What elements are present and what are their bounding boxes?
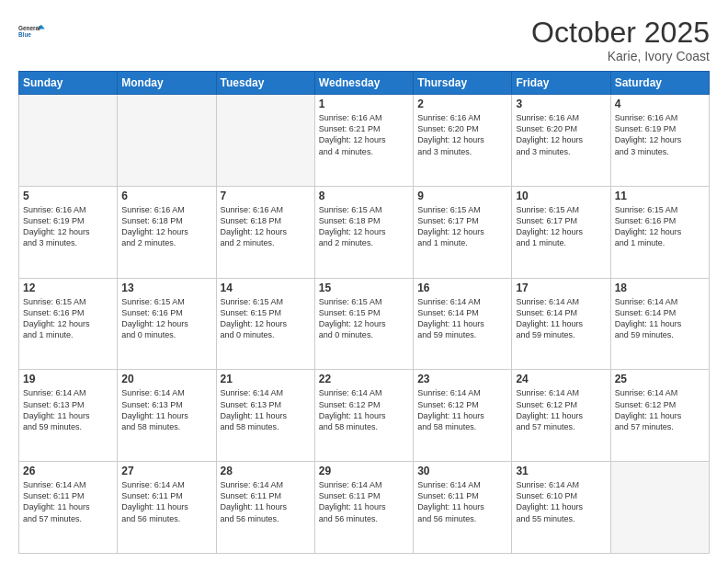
calendar-header-row: Sunday Monday Tuesday Wednesday Thursday… xyxy=(19,72,710,95)
day-number: 25 xyxy=(615,373,705,385)
day-number: 22 xyxy=(319,373,409,385)
day-number: 26 xyxy=(23,465,113,477)
cell-info: Sunrise: 6:14 AM Sunset: 6:11 PM Dayligh… xyxy=(221,479,311,524)
cell-3-6: 17Sunrise: 6:14 AM Sunset: 6:14 PM Dayli… xyxy=(512,278,610,370)
col-tuesday: Tuesday xyxy=(216,72,314,95)
cell-info: Sunrise: 6:14 AM Sunset: 6:13 PM Dayligh… xyxy=(121,387,211,432)
week-row-1: 1Sunrise: 6:16 AM Sunset: 6:21 PM Daylig… xyxy=(19,95,710,187)
week-row-5: 26Sunrise: 6:14 AM Sunset: 6:11 PM Dayli… xyxy=(19,462,710,554)
cell-2-2: 6Sunrise: 6:16 AM Sunset: 6:18 PM Daylig… xyxy=(118,186,216,278)
header: GeneralBlue October 2025 Karie, Ivory Co… xyxy=(18,17,710,63)
day-number: 15 xyxy=(319,282,409,294)
day-number: 27 xyxy=(121,465,211,477)
cell-2-6: 10Sunrise: 6:15 AM Sunset: 6:17 PM Dayli… xyxy=(512,186,610,278)
cell-info: Sunrise: 6:14 AM Sunset: 6:12 PM Dayligh… xyxy=(417,387,507,432)
cell-info: Sunrise: 6:14 AM Sunset: 6:12 PM Dayligh… xyxy=(615,387,705,432)
cell-3-7: 18Sunrise: 6:14 AM Sunset: 6:14 PM Dayli… xyxy=(610,278,709,370)
day-number: 20 xyxy=(121,373,211,385)
day-number: 24 xyxy=(516,373,606,385)
cell-info: Sunrise: 6:16 AM Sunset: 6:19 PM Dayligh… xyxy=(23,204,113,249)
cell-info: Sunrise: 6:14 AM Sunset: 6:13 PM Dayligh… xyxy=(23,387,113,432)
cell-info: Sunrise: 6:14 AM Sunset: 6:14 PM Dayligh… xyxy=(615,296,705,341)
day-number: 6 xyxy=(121,190,211,202)
col-monday: Monday xyxy=(118,72,216,95)
cell-info: Sunrise: 6:14 AM Sunset: 6:10 PM Dayligh… xyxy=(516,479,606,524)
cell-1-7: 4Sunrise: 6:16 AM Sunset: 6:19 PM Daylig… xyxy=(610,95,709,187)
day-number: 7 xyxy=(221,190,311,202)
cell-3-5: 16Sunrise: 6:14 AM Sunset: 6:14 PM Dayli… xyxy=(414,278,512,370)
month-title: October 2025 xyxy=(531,17,710,49)
cell-5-7 xyxy=(610,462,709,554)
day-number: 10 xyxy=(516,190,606,202)
col-saturday: Saturday xyxy=(610,72,709,95)
cell-info: Sunrise: 6:15 AM Sunset: 6:17 PM Dayligh… xyxy=(417,204,507,249)
cell-info: Sunrise: 6:14 AM Sunset: 6:12 PM Dayligh… xyxy=(516,387,606,432)
cell-5-2: 27Sunrise: 6:14 AM Sunset: 6:11 PM Dayli… xyxy=(118,462,216,554)
cell-info: Sunrise: 6:14 AM Sunset: 6:14 PM Dayligh… xyxy=(417,296,507,341)
cell-info: Sunrise: 6:14 AM Sunset: 6:11 PM Dayligh… xyxy=(319,479,409,524)
cell-5-5: 30Sunrise: 6:14 AM Sunset: 6:11 PM Dayli… xyxy=(414,462,512,554)
day-number: 29 xyxy=(319,465,409,477)
day-number: 30 xyxy=(417,465,507,477)
cell-4-2: 20Sunrise: 6:14 AM Sunset: 6:13 PM Dayli… xyxy=(118,370,216,462)
day-number: 1 xyxy=(319,98,409,110)
col-friday: Friday xyxy=(512,72,610,95)
col-sunday: Sunday xyxy=(19,72,118,95)
page: GeneralBlue October 2025 Karie, Ivory Co… xyxy=(0,0,728,563)
cell-2-5: 9Sunrise: 6:15 AM Sunset: 6:17 PM Daylig… xyxy=(414,186,512,278)
day-number: 12 xyxy=(23,282,113,294)
day-number: 18 xyxy=(615,282,705,294)
cell-info: Sunrise: 6:14 AM Sunset: 6:14 PM Dayligh… xyxy=(516,296,606,341)
cell-5-4: 29Sunrise: 6:14 AM Sunset: 6:11 PM Dayli… xyxy=(314,462,413,554)
svg-text:General: General xyxy=(18,25,40,31)
cell-1-2 xyxy=(118,95,216,187)
title-block: October 2025 Karie, Ivory Coast xyxy=(531,17,710,63)
day-number: 4 xyxy=(615,98,705,110)
cell-5-3: 28Sunrise: 6:14 AM Sunset: 6:11 PM Dayli… xyxy=(216,462,314,554)
cell-1-3 xyxy=(216,95,314,187)
cell-info: Sunrise: 6:14 AM Sunset: 6:11 PM Dayligh… xyxy=(23,479,113,524)
day-number: 21 xyxy=(221,373,311,385)
cell-1-4: 1Sunrise: 6:16 AM Sunset: 6:21 PM Daylig… xyxy=(314,95,413,187)
day-number: 28 xyxy=(221,465,311,477)
cell-3-1: 12Sunrise: 6:15 AM Sunset: 6:16 PM Dayli… xyxy=(19,278,118,370)
cell-1-6: 3Sunrise: 6:16 AM Sunset: 6:20 PM Daylig… xyxy=(512,95,610,187)
cell-2-4: 8Sunrise: 6:15 AM Sunset: 6:18 PM Daylig… xyxy=(314,186,413,278)
cell-info: Sunrise: 6:16 AM Sunset: 6:20 PM Dayligh… xyxy=(516,112,606,157)
day-number: 11 xyxy=(615,190,705,202)
cell-5-1: 26Sunrise: 6:14 AM Sunset: 6:11 PM Dayli… xyxy=(19,462,118,554)
col-wednesday: Wednesday xyxy=(314,72,413,95)
cell-info: Sunrise: 6:16 AM Sunset: 6:20 PM Dayligh… xyxy=(417,112,507,157)
cell-4-4: 22Sunrise: 6:14 AM Sunset: 6:12 PM Dayli… xyxy=(314,370,413,462)
day-number: 31 xyxy=(516,465,606,477)
location: Karie, Ivory Coast xyxy=(531,49,710,63)
cell-4-6: 24Sunrise: 6:14 AM Sunset: 6:12 PM Dayli… xyxy=(512,370,610,462)
day-number: 23 xyxy=(417,373,507,385)
cell-info: Sunrise: 6:16 AM Sunset: 6:19 PM Dayligh… xyxy=(615,112,705,157)
col-thursday: Thursday xyxy=(414,72,512,95)
day-number: 13 xyxy=(121,282,211,294)
day-number: 16 xyxy=(417,282,507,294)
cell-3-4: 15Sunrise: 6:15 AM Sunset: 6:15 PM Dayli… xyxy=(314,278,413,370)
cell-1-5: 2Sunrise: 6:16 AM Sunset: 6:20 PM Daylig… xyxy=(414,95,512,187)
day-number: 2 xyxy=(417,98,507,110)
day-number: 8 xyxy=(319,190,409,202)
day-number: 3 xyxy=(516,98,606,110)
cell-info: Sunrise: 6:15 AM Sunset: 6:17 PM Dayligh… xyxy=(516,204,606,249)
logo-icon: GeneralBlue xyxy=(18,17,48,46)
cell-info: Sunrise: 6:16 AM Sunset: 6:21 PM Dayligh… xyxy=(319,112,409,157)
cell-info: Sunrise: 6:16 AM Sunset: 6:18 PM Dayligh… xyxy=(121,204,211,249)
cell-info: Sunrise: 6:15 AM Sunset: 6:15 PM Dayligh… xyxy=(319,296,409,341)
day-number: 5 xyxy=(23,190,113,202)
cell-info: Sunrise: 6:15 AM Sunset: 6:16 PM Dayligh… xyxy=(23,296,113,341)
cell-info: Sunrise: 6:15 AM Sunset: 6:18 PM Dayligh… xyxy=(319,204,409,249)
calendar-table: Sunday Monday Tuesday Wednesday Thursday… xyxy=(18,71,710,554)
week-row-4: 19Sunrise: 6:14 AM Sunset: 6:13 PM Dayli… xyxy=(19,370,710,462)
week-row-2: 5Sunrise: 6:16 AM Sunset: 6:19 PM Daylig… xyxy=(19,186,710,278)
day-number: 9 xyxy=(417,190,507,202)
cell-3-3: 14Sunrise: 6:15 AM Sunset: 6:15 PM Dayli… xyxy=(216,278,314,370)
svg-text:Blue: Blue xyxy=(18,31,31,38)
cell-info: Sunrise: 6:14 AM Sunset: 6:11 PM Dayligh… xyxy=(121,479,211,524)
cell-info: Sunrise: 6:16 AM Sunset: 6:18 PM Dayligh… xyxy=(221,204,311,249)
day-number: 17 xyxy=(516,282,606,294)
